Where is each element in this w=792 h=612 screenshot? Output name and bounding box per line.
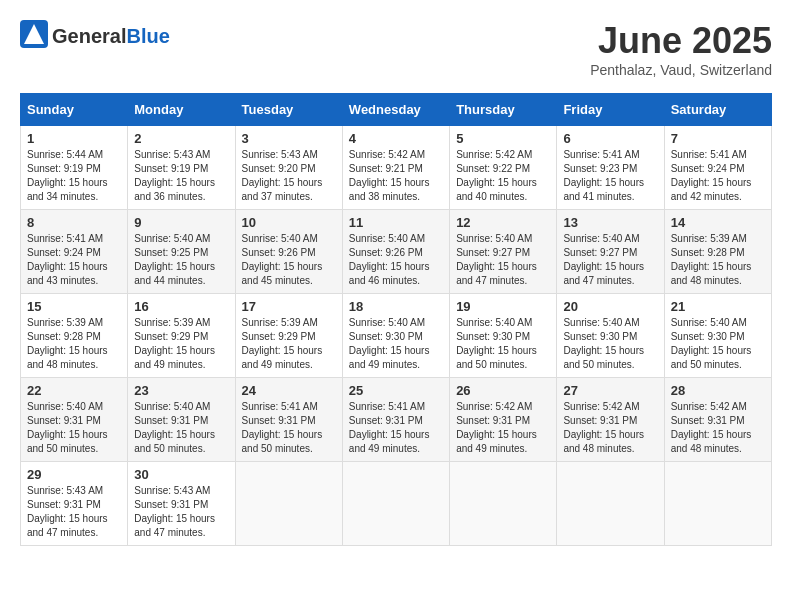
weekday-header: Friday xyxy=(557,94,664,126)
day-info: Sunrise: 5:40 AM Sunset: 9:31 PM Dayligh… xyxy=(27,400,121,456)
calendar-cell: 10 Sunrise: 5:40 AM Sunset: 9:26 PM Dayl… xyxy=(235,210,342,294)
day-number: 3 xyxy=(242,131,336,146)
day-number: 13 xyxy=(563,215,657,230)
month-title: June 2025 xyxy=(590,20,772,62)
day-info: Sunrise: 5:40 AM Sunset: 9:25 PM Dayligh… xyxy=(134,232,228,288)
day-info: Sunrise: 5:41 AM Sunset: 9:31 PM Dayligh… xyxy=(349,400,443,456)
day-number: 9 xyxy=(134,215,228,230)
day-info: Sunrise: 5:41 AM Sunset: 9:24 PM Dayligh… xyxy=(671,148,765,204)
day-number: 6 xyxy=(563,131,657,146)
day-number: 7 xyxy=(671,131,765,146)
day-info: Sunrise: 5:39 AM Sunset: 9:29 PM Dayligh… xyxy=(242,316,336,372)
day-info: Sunrise: 5:42 AM Sunset: 9:31 PM Dayligh… xyxy=(456,400,550,456)
weekday-header: Monday xyxy=(128,94,235,126)
calendar-cell: 13 Sunrise: 5:40 AM Sunset: 9:27 PM Dayl… xyxy=(557,210,664,294)
calendar-cell: 24 Sunrise: 5:41 AM Sunset: 9:31 PM Dayl… xyxy=(235,378,342,462)
day-info: Sunrise: 5:39 AM Sunset: 9:29 PM Dayligh… xyxy=(134,316,228,372)
day-number: 19 xyxy=(456,299,550,314)
day-info: Sunrise: 5:41 AM Sunset: 9:24 PM Dayligh… xyxy=(27,232,121,288)
day-info: Sunrise: 5:43 AM Sunset: 9:20 PM Dayligh… xyxy=(242,148,336,204)
day-info: Sunrise: 5:40 AM Sunset: 9:30 PM Dayligh… xyxy=(563,316,657,372)
day-number: 11 xyxy=(349,215,443,230)
calendar-cell: 17 Sunrise: 5:39 AM Sunset: 9:29 PM Dayl… xyxy=(235,294,342,378)
day-info: Sunrise: 5:42 AM Sunset: 9:31 PM Dayligh… xyxy=(563,400,657,456)
calendar-row: 8 Sunrise: 5:41 AM Sunset: 9:24 PM Dayli… xyxy=(21,210,772,294)
calendar-cell: 12 Sunrise: 5:40 AM Sunset: 9:27 PM Dayl… xyxy=(450,210,557,294)
calendar-cell: 3 Sunrise: 5:43 AM Sunset: 9:20 PM Dayli… xyxy=(235,126,342,210)
calendar-row: 1 Sunrise: 5:44 AM Sunset: 9:19 PM Dayli… xyxy=(21,126,772,210)
day-info: Sunrise: 5:40 AM Sunset: 9:30 PM Dayligh… xyxy=(671,316,765,372)
weekday-header: Sunday xyxy=(21,94,128,126)
calendar-cell: 21 Sunrise: 5:40 AM Sunset: 9:30 PM Dayl… xyxy=(664,294,771,378)
calendar-cell: 29 Sunrise: 5:43 AM Sunset: 9:31 PM Dayl… xyxy=(21,462,128,546)
day-info: Sunrise: 5:40 AM Sunset: 9:26 PM Dayligh… xyxy=(349,232,443,288)
day-number: 30 xyxy=(134,467,228,482)
calendar-table: SundayMondayTuesdayWednesdayThursdayFrid… xyxy=(20,93,772,546)
day-info: Sunrise: 5:40 AM Sunset: 9:30 PM Dayligh… xyxy=(349,316,443,372)
day-info: Sunrise: 5:43 AM Sunset: 9:31 PM Dayligh… xyxy=(27,484,121,540)
day-number: 29 xyxy=(27,467,121,482)
day-number: 2 xyxy=(134,131,228,146)
calendar-cell xyxy=(664,462,771,546)
calendar-cell xyxy=(342,462,449,546)
weekday-header: Tuesday xyxy=(235,94,342,126)
calendar-cell: 27 Sunrise: 5:42 AM Sunset: 9:31 PM Dayl… xyxy=(557,378,664,462)
calendar-cell: 9 Sunrise: 5:40 AM Sunset: 9:25 PM Dayli… xyxy=(128,210,235,294)
day-number: 4 xyxy=(349,131,443,146)
day-number: 15 xyxy=(27,299,121,314)
day-info: Sunrise: 5:42 AM Sunset: 9:21 PM Dayligh… xyxy=(349,148,443,204)
weekday-header: Thursday xyxy=(450,94,557,126)
calendar-row: 22 Sunrise: 5:40 AM Sunset: 9:31 PM Dayl… xyxy=(21,378,772,462)
day-number: 10 xyxy=(242,215,336,230)
day-info: Sunrise: 5:40 AM Sunset: 9:27 PM Dayligh… xyxy=(456,232,550,288)
day-info: Sunrise: 5:41 AM Sunset: 9:23 PM Dayligh… xyxy=(563,148,657,204)
day-info: Sunrise: 5:42 AM Sunset: 9:22 PM Dayligh… xyxy=(456,148,550,204)
day-number: 24 xyxy=(242,383,336,398)
day-info: Sunrise: 5:43 AM Sunset: 9:31 PM Dayligh… xyxy=(134,484,228,540)
calendar-cell: 2 Sunrise: 5:43 AM Sunset: 9:19 PM Dayli… xyxy=(128,126,235,210)
calendar-cell: 6 Sunrise: 5:41 AM Sunset: 9:23 PM Dayli… xyxy=(557,126,664,210)
calendar-header-row: SundayMondayTuesdayWednesdayThursdayFrid… xyxy=(21,94,772,126)
page-header: GeneralBlue June 2025 Penthalaz, Vaud, S… xyxy=(20,20,772,78)
logo-text: GeneralBlue xyxy=(52,26,170,47)
calendar-cell: 25 Sunrise: 5:41 AM Sunset: 9:31 PM Dayl… xyxy=(342,378,449,462)
logo-icon xyxy=(20,20,48,52)
day-number: 17 xyxy=(242,299,336,314)
location: Penthalaz, Vaud, Switzerland xyxy=(590,62,772,78)
day-info: Sunrise: 5:41 AM Sunset: 9:31 PM Dayligh… xyxy=(242,400,336,456)
day-info: Sunrise: 5:39 AM Sunset: 9:28 PM Dayligh… xyxy=(671,232,765,288)
day-info: Sunrise: 5:39 AM Sunset: 9:28 PM Dayligh… xyxy=(27,316,121,372)
day-number: 27 xyxy=(563,383,657,398)
day-number: 18 xyxy=(349,299,443,314)
calendar-row: 15 Sunrise: 5:39 AM Sunset: 9:28 PM Dayl… xyxy=(21,294,772,378)
day-number: 14 xyxy=(671,215,765,230)
calendar-cell: 8 Sunrise: 5:41 AM Sunset: 9:24 PM Dayli… xyxy=(21,210,128,294)
calendar-cell: 23 Sunrise: 5:40 AM Sunset: 9:31 PM Dayl… xyxy=(128,378,235,462)
day-info: Sunrise: 5:40 AM Sunset: 9:27 PM Dayligh… xyxy=(563,232,657,288)
weekday-header: Wednesday xyxy=(342,94,449,126)
day-number: 8 xyxy=(27,215,121,230)
calendar-cell: 18 Sunrise: 5:40 AM Sunset: 9:30 PM Dayl… xyxy=(342,294,449,378)
logo: GeneralBlue xyxy=(20,20,170,52)
calendar-cell xyxy=(557,462,664,546)
day-number: 22 xyxy=(27,383,121,398)
day-info: Sunrise: 5:40 AM Sunset: 9:31 PM Dayligh… xyxy=(134,400,228,456)
day-number: 28 xyxy=(671,383,765,398)
logo-inner: GeneralBlue xyxy=(20,20,170,52)
weekday-header: Saturday xyxy=(664,94,771,126)
day-info: Sunrise: 5:44 AM Sunset: 9:19 PM Dayligh… xyxy=(27,148,121,204)
day-info: Sunrise: 5:40 AM Sunset: 9:26 PM Dayligh… xyxy=(242,232,336,288)
calendar-cell: 15 Sunrise: 5:39 AM Sunset: 9:28 PM Dayl… xyxy=(21,294,128,378)
calendar-cell: 16 Sunrise: 5:39 AM Sunset: 9:29 PM Dayl… xyxy=(128,294,235,378)
day-number: 20 xyxy=(563,299,657,314)
day-info: Sunrise: 5:40 AM Sunset: 9:30 PM Dayligh… xyxy=(456,316,550,372)
calendar-cell: 20 Sunrise: 5:40 AM Sunset: 9:30 PM Dayl… xyxy=(557,294,664,378)
day-number: 26 xyxy=(456,383,550,398)
day-number: 5 xyxy=(456,131,550,146)
calendar-cell xyxy=(235,462,342,546)
calendar-cell: 7 Sunrise: 5:41 AM Sunset: 9:24 PM Dayli… xyxy=(664,126,771,210)
day-number: 25 xyxy=(349,383,443,398)
calendar-cell: 26 Sunrise: 5:42 AM Sunset: 9:31 PM Dayl… xyxy=(450,378,557,462)
calendar-cell: 22 Sunrise: 5:40 AM Sunset: 9:31 PM Dayl… xyxy=(21,378,128,462)
day-number: 16 xyxy=(134,299,228,314)
